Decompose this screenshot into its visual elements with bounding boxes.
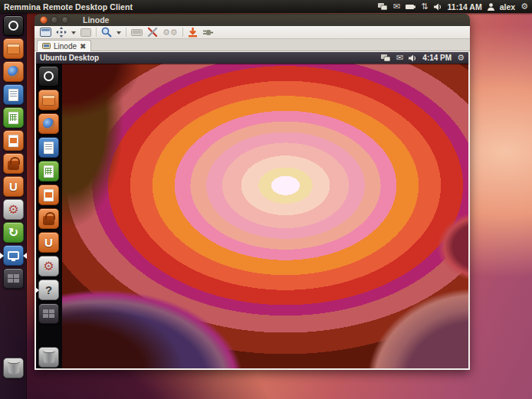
active-app-title: Remmina Remote Desktop Client: [4, 2, 133, 11]
launcher-item-software-center[interactable]: [3, 153, 24, 174]
keyboard-grab-icon[interactable]: [131, 27, 143, 38]
toolbar-separator: [126, 28, 126, 37]
writer-icon: [8, 89, 18, 101]
volume-icon[interactable]: [409, 53, 417, 63]
workspace-grid-icon: [8, 274, 19, 283]
host-indicators: ✉ ⇅ 11:14 AM alex ⚙: [378, 2, 532, 11]
window-titlebar[interactable]: Linode: [34, 14, 470, 26]
fullscreen-icon[interactable]: [40, 27, 51, 38]
firefox-icon: [8, 66, 19, 77]
fit-window-icon[interactable]: [56, 27, 67, 38]
plugins-gears-icon[interactable]: ⚙⚙: [163, 27, 178, 38]
update-arrow-icon: ↻: [8, 227, 18, 239]
settings-gear-icon: ⚙: [43, 260, 54, 273]
remmina-window: Linode ⚙⚙: [34, 14, 470, 370]
remote-active-app-title: Ubuntu Desktop: [40, 54, 99, 62]
tab-label: Linode: [54, 42, 77, 51]
launcher-item-software-updater[interactable]: ↻: [3, 222, 24, 243]
ubuntu-logo-icon: [44, 71, 54, 81]
remote-launcher-item-system-settings[interactable]: ⚙: [38, 256, 59, 276]
maximize-button[interactable]: [61, 16, 69, 24]
tab-close-icon[interactable]: ✖: [80, 42, 86, 51]
remote-launcher-item-calc[interactable]: [38, 161, 59, 182]
calc-icon: [44, 165, 54, 178]
ubuntu-one-icon: U: [9, 181, 18, 192]
remote-launcher-item-firefox[interactable]: [38, 113, 59, 134]
workspace-grid-icon: [43, 309, 54, 319]
remote-clock[interactable]: 4:14 PM: [422, 54, 452, 62]
remote-launcher-item-ubuntu-one[interactable]: U: [38, 232, 59, 253]
disconnect-plug-icon[interactable]: [202, 27, 213, 38]
impress-icon: [8, 135, 18, 147]
minimize-button[interactable]: [51, 16, 58, 24]
remmina-toolbar: ⚙⚙: [34, 26, 470, 39]
launcher-item-impress[interactable]: [3, 130, 24, 151]
remote-launcher-item-impress[interactable]: [38, 185, 59, 205]
dropdown-caret[interactable]: [117, 31, 121, 37]
mail-icon[interactable]: ✉: [393, 2, 400, 11]
settings-gear-icon: ⚙: [8, 204, 18, 216]
remote-launcher-item-dash-home[interactable]: [38, 66, 59, 87]
remote-top-panel: Ubuntu Desktop ✉ 4:14 PM ⚙: [36, 52, 468, 64]
ubuntu-logo-icon: [8, 21, 18, 31]
launcher-item-firefox[interactable]: [3, 61, 24, 82]
remote-wallpaper: [62, 64, 468, 368]
remote-launcher-item-trash[interactable]: [38, 347, 59, 368]
launcher-item-trash[interactable]: [3, 358, 24, 378]
toolbar-separator: [182, 28, 183, 37]
host-clock[interactable]: 11:14 AM: [448, 2, 482, 11]
launcher-item-remmina[interactable]: [3, 245, 24, 266]
mail-icon[interactable]: ✉: [396, 53, 403, 63]
question-mark-icon: ?: [45, 283, 52, 296]
scaled-mode-icon[interactable]: [80, 27, 91, 38]
volume-icon[interactable]: [434, 2, 442, 11]
impress-icon: [44, 189, 54, 201]
host-launcher: U ⚙ ↻: [0, 13, 27, 399]
session-gear-icon[interactable]: ⚙: [457, 53, 465, 63]
username[interactable]: alex: [500, 2, 515, 11]
window-title: Linode: [83, 15, 109, 25]
trash-icon: [8, 362, 19, 374]
launcher-item-writer[interactable]: [3, 84, 24, 105]
launcher-item-calc[interactable]: [3, 107, 24, 128]
launcher-item-system-settings[interactable]: ⚙: [3, 199, 24, 220]
ubuntu-one-icon: U: [44, 237, 53, 248]
battery-icon[interactable]: [406, 2, 415, 11]
files-icon: [42, 95, 55, 106]
desktop: Remmina Remote Desktop Client ✉ ⇅ 11:14 …: [0, 0, 532, 399]
session-gear-icon[interactable]: ⚙: [521, 2, 528, 11]
launcher-item-workspace-switcher[interactable]: [3, 268, 24, 289]
trash-icon: [44, 352, 54, 363]
remote-launcher-item-unknown-app[interactable]: ?: [38, 280, 59, 300]
tab-monitor-icon: [42, 43, 51, 50]
launcher-item-dash-home[interactable]: [3, 15, 24, 36]
preferences-tools-icon[interactable]: [147, 27, 158, 38]
launcher-item-files[interactable]: [3, 38, 24, 59]
toolbar-separator: [96, 28, 97, 37]
software-center-icon: [8, 161, 19, 170]
calc-icon: [8, 112, 18, 124]
remote-launcher-item-writer[interactable]: [38, 137, 59, 158]
remote-launcher-item-files[interactable]: [38, 90, 59, 110]
remote-viewport[interactable]: Ubuntu Desktop ✉ 4:14 PM ⚙: [34, 51, 470, 370]
host-top-panel: Remmina Remote Desktop Client ✉ ⇅ 11:14 …: [0, 0, 532, 13]
remote-launcher: U ⚙ ?: [36, 64, 62, 368]
dropdown-caret[interactable]: [71, 31, 76, 37]
launcher-item-ubuntu-one[interactable]: U: [3, 176, 24, 197]
writer-icon: [44, 142, 54, 154]
tab-linode[interactable]: Linode ✖: [37, 40, 91, 51]
files-icon: [7, 44, 20, 54]
remote-indicators: ✉ 4:14 PM ⚙: [381, 53, 468, 63]
user-icon[interactable]: [488, 2, 494, 11]
magnifier-icon[interactable]: [101, 27, 112, 38]
remote-launcher-item-workspace-switcher[interactable]: [38, 303, 59, 324]
screenshot-download-icon[interactable]: [188, 27, 198, 38]
software-center-icon: [43, 216, 54, 225]
remmina-monitor-icon: [8, 251, 19, 260]
close-button[interactable]: [40, 16, 48, 24]
remote-launcher-item-software-center[interactable]: [38, 208, 59, 229]
tab-bar: Linode ✖: [34, 39, 470, 51]
sync-arrows-icon[interactable]: ⇅: [421, 2, 428, 11]
network-icon[interactable]: [378, 2, 388, 11]
network-icon[interactable]: [381, 53, 391, 63]
